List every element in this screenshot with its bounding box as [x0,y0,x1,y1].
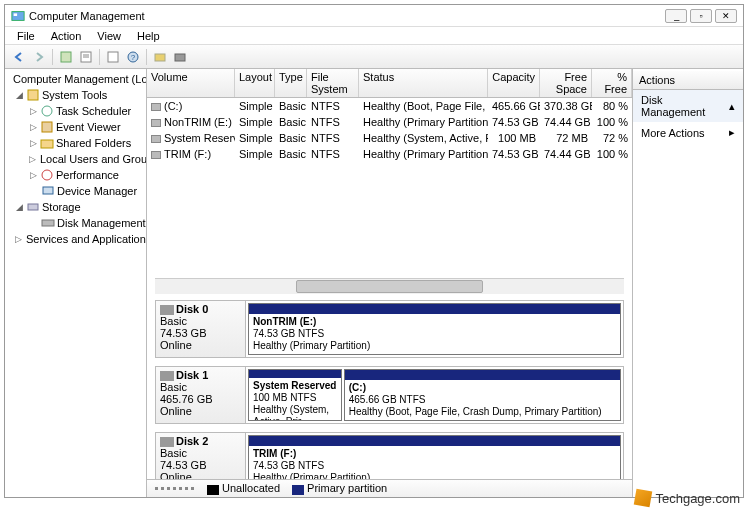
toolbar: ? [5,45,743,69]
clock-icon [40,104,54,118]
col-volume[interactable]: Volume [147,69,235,97]
tree-device-manager[interactable]: Device Manager [5,183,146,199]
extra-button-1[interactable] [151,48,169,66]
body-panes: Computer Management (Local ◢System Tools… [5,69,743,497]
disk-graphical-view[interactable]: Disk 0Basic74.53 GBOnlineNonTRIM (E:)74.… [147,300,632,479]
col-capacity[interactable]: Capacity [488,69,540,97]
tree-performance[interactable]: ▷Performance [5,167,146,183]
expand-icon[interactable]: ▷ [15,234,22,244]
disk-row[interactable]: Disk 2Basic74.53 GBOnlineTRIM (F:)74.53 … [155,432,624,479]
expand-icon[interactable]: ▷ [29,122,38,132]
partition[interactable]: TRIM (F:)74.53 GB NTFSHealthy (Primary P… [248,435,621,479]
actions-disk-management[interactable]: Disk Management▴ [633,90,743,122]
expand-icon[interactable]: ▷ [29,106,38,116]
separator [146,49,147,65]
col-status[interactable]: Status [359,69,488,97]
storage-icon [26,200,40,214]
grid-header: Volume Layout Type File System Status Ca… [147,69,632,98]
tree-pane[interactable]: Computer Management (Local ◢System Tools… [5,69,147,497]
close-button[interactable]: ✕ [715,9,737,23]
partition[interactable]: System Reserved100 MB NTFSHealthy (Syste… [248,369,342,421]
partitions: NonTRIM (E:)74.53 GB NTFSHealthy (Primar… [246,301,623,357]
expand-icon[interactable]: ▷ [29,170,38,180]
device-icon [41,184,55,198]
disk-row[interactable]: Disk 0Basic74.53 GBOnlineNonTRIM (E:)74.… [155,300,624,358]
partitions: TRIM (F:)74.53 GB NTFSHealthy (Primary P… [246,433,623,479]
col-pct[interactable]: % Free [592,69,632,97]
tree-services[interactable]: ▷Services and Applications [5,231,146,247]
col-type[interactable]: Type [275,69,307,97]
perf-icon [40,168,54,182]
scrollbar-thumb[interactable] [296,280,484,293]
table-row[interactable]: (C:)SimpleBasicNTFSHealthy (Boot, Page F… [147,98,632,114]
col-free[interactable]: Free Space [540,69,592,97]
window-title: Computer Management [29,10,145,22]
minimize-button[interactable]: ⎯ [665,9,687,23]
volume-grid: Volume Layout Type File System Status Ca… [147,69,632,274]
svg-rect-2 [61,52,71,62]
tree-task-scheduler[interactable]: ▷Task Scheduler [5,103,146,119]
svg-point-18 [42,170,52,180]
disk-info: Disk 1Basic465.76 GBOnline [156,367,246,423]
tree-root[interactable]: Computer Management (Local [5,71,146,87]
legend-primary: Primary partition [292,482,387,494]
menu-view[interactable]: View [89,30,129,42]
tree-system-tools[interactable]: ◢System Tools [5,87,146,103]
tree-shared-folders[interactable]: ▷Shared Folders [5,135,146,151]
back-button[interactable] [10,48,28,66]
maximize-button[interactable]: ▫ [690,9,712,23]
disk-icon [41,216,55,230]
grid-body[interactable]: (C:)SimpleBasicNTFSHealthy (Boot, Page F… [147,98,632,274]
collapse-icon: ▴ [729,100,735,113]
disk-row[interactable]: Disk 1Basic465.76 GBOnlineSystem Reserve… [155,366,624,424]
col-fs[interactable]: File System [307,69,359,97]
legend-dashes [155,487,195,490]
legend: Unallocated Primary partition [147,479,632,497]
forward-button[interactable] [30,48,48,66]
menu-help[interactable]: Help [129,30,168,42]
svg-rect-19 [43,187,53,194]
refresh-button[interactable] [104,48,122,66]
partition[interactable]: NonTRIM (E:)74.53 GB NTFSHealthy (Primar… [248,303,621,355]
tree-local-users[interactable]: ▷Local Users and Groups [5,151,146,167]
collapse-icon[interactable]: ◢ [15,202,24,212]
help-button[interactable]: ? [124,48,142,66]
event-icon [40,120,54,134]
tree-storage[interactable]: ◢Storage [5,199,146,215]
tree-event-viewer[interactable]: ▷Event Viewer [5,119,146,135]
properties-button[interactable] [77,48,95,66]
expand-icon[interactable]: ▷ [29,138,38,148]
legend-unallocated: Unallocated [207,482,280,494]
table-row[interactable]: NonTRIM (E:)SimpleBasicNTFSHealthy (Prim… [147,114,632,130]
disk-info: Disk 0Basic74.53 GBOnline [156,301,246,357]
separator [52,49,53,65]
disk-info: Disk 2Basic74.53 GBOnline [156,433,246,479]
table-row[interactable]: TRIM (F:)SimpleBasicNTFSHealthy (Primary… [147,146,632,162]
partition[interactable]: (C:)465.66 GB NTFSHealthy (Boot, Page Fi… [344,369,621,421]
svg-rect-1 [14,13,18,16]
expand-icon[interactable]: ▷ [29,154,36,164]
actions-more[interactable]: More Actions▸ [633,122,743,143]
menu-action[interactable]: Action [43,30,90,42]
app-icon [11,9,25,23]
separator [99,49,100,65]
svg-rect-15 [41,140,53,148]
tree-disk-management[interactable]: Disk Management [5,215,146,231]
collapse-icon[interactable]: ◢ [15,90,24,100]
actions-header: Actions [633,71,743,90]
extra-button-2[interactable] [171,48,189,66]
up-button[interactable] [57,48,75,66]
svg-rect-21 [42,220,54,226]
actions-pane: Actions Disk Management▴ More Actions▸ [633,69,743,497]
svg-rect-6 [108,52,118,62]
svg-point-13 [42,106,52,116]
horizontal-scrollbar[interactable] [155,278,624,294]
menu-file[interactable]: File [9,30,43,42]
watermark: Techgage.com [635,490,740,506]
col-layout[interactable]: Layout [235,69,275,97]
table-row[interactable]: System ReservedSimpleBasicNTFSHealthy (S… [147,130,632,146]
svg-rect-9 [155,54,165,61]
folder-icon [40,136,54,150]
cube-icon [634,489,653,508]
svg-rect-12 [28,90,38,100]
